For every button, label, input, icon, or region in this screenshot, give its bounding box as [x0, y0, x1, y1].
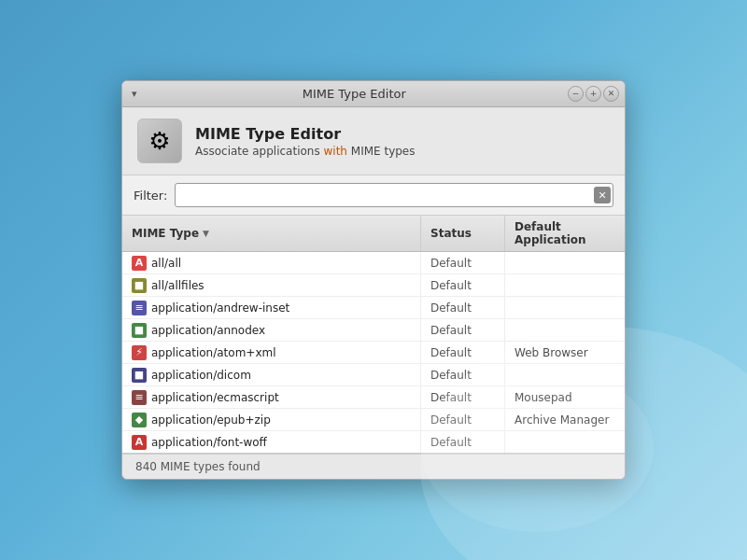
td-mime-5: ■ application/dicom — [122, 364, 421, 385]
td-app-0 — [505, 252, 625, 273]
mime-count-text: 840 MIME types found — [135, 460, 261, 473]
table-row[interactable]: ■ application/annodex Default — [122, 319, 625, 342]
td-app-3 — [505, 319, 625, 341]
column-app-label: Default Application — [514, 220, 615, 246]
mime-type-8: application/font-woff — [151, 436, 267, 449]
mime-icon-6: ≡ — [132, 390, 147, 405]
table-row[interactable]: ⚡ application/atom+xml Default Web Brows… — [122, 342, 625, 364]
td-status-3: Default — [421, 319, 505, 341]
table-row[interactable]: ◆ application/epub+zip Default Archive M… — [122, 409, 625, 431]
subtitle-after: MIME types — [347, 145, 416, 158]
mime-icon-2: ≡ — [132, 301, 147, 315]
subtitle-with: with — [324, 145, 347, 158]
td-app-2 — [505, 297, 625, 318]
table-row[interactable]: ■ application/dicom Default — [122, 364, 625, 386]
minimize-button[interactable]: − — [568, 86, 584, 102]
column-status-label: Status — [430, 227, 472, 240]
td-app-8 — [505, 431, 625, 453]
td-app-6: Mousepad — [505, 386, 625, 408]
app-header: ⚙ MIME Type Editor Associate application… — [122, 107, 625, 175]
mime-type-4: application/atom+xml — [151, 346, 276, 359]
app-title-block: MIME Type Editor Associate applications … — [195, 125, 416, 158]
mime-type-7: application/epub+zip — [151, 413, 271, 427]
main-window: ▾ MIME Type Editor − + ✕ ⚙ MIME Type Edi… — [121, 80, 626, 480]
column-mime-label: MIME Type — [132, 227, 199, 240]
td-app-7: Archive Manager — [505, 409, 625, 430]
td-status-5: Default — [421, 364, 505, 385]
app-title: MIME Type Editor — [195, 125, 416, 143]
filter-clear-button[interactable]: ✕ — [594, 187, 611, 203]
column-header-app[interactable]: Default Application — [505, 216, 625, 251]
mime-icon-1: ■ — [132, 278, 147, 293]
mime-type-1: all/allfiles — [151, 279, 204, 292]
filter-input-wrap: ✕ — [175, 183, 613, 207]
titlebar: ▾ MIME Type Editor − + ✕ — [122, 81, 625, 107]
app-icon: ⚙ — [137, 119, 182, 163]
td-status-2: Default — [421, 297, 505, 318]
titlebar-center: MIME Type Editor — [141, 87, 568, 101]
column-header-mime[interactable]: MIME Type ▼ — [122, 216, 421, 251]
titlebar-controls: − + ✕ — [568, 86, 619, 102]
filter-label: Filter: — [134, 189, 167, 203]
table-row[interactable]: A application/font-woff Default — [122, 431, 625, 453]
app-subtitle: Associate applications with MIME types — [195, 145, 416, 158]
td-status-0: Default — [421, 252, 505, 273]
window-menu-button[interactable]: ▾ — [128, 86, 141, 102]
mime-type-0: all/all — [151, 257, 181, 270]
td-status-1: Default — [421, 274, 505, 296]
close-button[interactable]: ✕ — [603, 86, 619, 102]
table-row[interactable]: ≡ application/andrew-inset Default — [122, 297, 625, 319]
td-status-7: Default — [421, 409, 505, 430]
td-app-4: Web Browser — [505, 342, 625, 363]
mime-type-3: application/annodex — [151, 324, 265, 337]
table-row[interactable]: ≡ application/ecmascript Default Mousepa… — [122, 386, 625, 409]
mime-icon-5: ■ — [132, 368, 147, 383]
table-row[interactable]: A all/all Default — [122, 252, 625, 274]
subtitle-before: Associate applications — [195, 145, 324, 158]
td-mime-2: ≡ application/andrew-inset — [122, 297, 421, 318]
table-row[interactable]: ■ all/allfiles Default — [122, 274, 625, 297]
mime-table: MIME Type ▼ Status Default Application A… — [122, 216, 625, 454]
td-mime-1: ■ all/allfiles — [122, 274, 421, 296]
sort-arrow-icon: ▼ — [203, 229, 209, 238]
td-mime-7: ◆ application/epub+zip — [122, 409, 421, 430]
td-mime-0: A all/all — [122, 252, 421, 273]
column-header-status[interactable]: Status — [421, 216, 505, 251]
mime-icon-7: ◆ — [132, 413, 147, 427]
td-app-1 — [505, 274, 625, 296]
mime-type-5: application/dicom — [151, 369, 251, 382]
td-status-4: Default — [421, 342, 505, 363]
filter-input[interactable] — [175, 183, 613, 207]
td-status-6: Default — [421, 386, 505, 408]
td-mime-4: ⚡ application/atom+xml — [122, 342, 421, 363]
td-mime-6: ≡ application/ecmascript — [122, 386, 421, 408]
maximize-button[interactable]: + — [585, 86, 601, 102]
statusbar: 840 MIME types found — [122, 454, 625, 479]
mime-icon-4: ⚡ — [132, 345, 147, 360]
filter-row: Filter: ✕ — [122, 175, 625, 216]
table-header: MIME Type ▼ Status Default Application — [122, 216, 625, 252]
td-status-8: Default — [421, 431, 505, 453]
mime-type-2: application/andrew-inset — [151, 301, 289, 315]
table-body[interactable]: A all/all Default ■ all/allfiles Default… — [122, 252, 625, 453]
td-app-5 — [505, 364, 625, 385]
window-title: MIME Type Editor — [303, 87, 406, 101]
mime-icon-0: A — [132, 256, 147, 271]
titlebar-left: ▾ — [128, 86, 141, 102]
td-mime-8: A application/font-woff — [122, 431, 421, 453]
mime-icon-3: ■ — [132, 323, 147, 338]
mime-icon-8: A — [132, 435, 147, 450]
td-mime-3: ■ application/annodex — [122, 319, 421, 341]
mime-type-6: application/ecmascript — [151, 391, 279, 404]
